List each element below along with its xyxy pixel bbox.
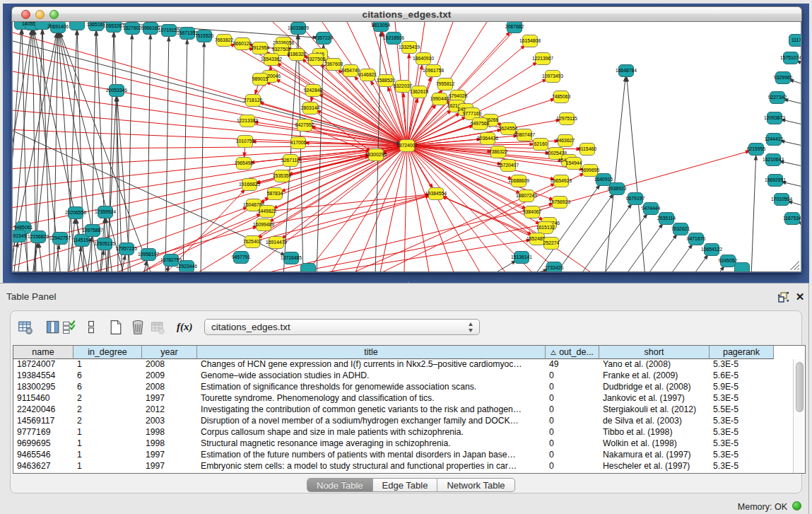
graph-node-yellow[interactable]: 7955812	[436, 78, 455, 90]
close-panel-icon[interactable]: ✕	[794, 291, 806, 303]
network-table-selector[interactable]: citations_edges.txt	[204, 319, 480, 335]
column-header-in_degree[interactable]: in_degree	[73, 346, 142, 359]
select-columns-icon[interactable]	[61, 320, 77, 335]
column-header-year[interactable]: year	[142, 346, 197, 359]
graph-node-yellow[interactable]: 1449822	[258, 206, 277, 218]
graph-node-yellow[interactable]: 18807249	[516, 190, 537, 202]
graph-node-teal[interactable]: 12093873	[764, 112, 785, 124]
graph-node-yellow[interactable]: 154944	[566, 158, 582, 170]
table-row[interactable]: 2242004622012Investigating the contribut…	[13, 404, 774, 416]
graph-node-teal[interactable]	[735, 263, 750, 273]
show-columns-icon[interactable]	[45, 320, 61, 335]
graph-node-yellow[interactable]: 12213967	[532, 53, 553, 65]
graph-node-yellow[interactable]: 2718126	[244, 95, 263, 107]
graph-node-teal[interactable]: 19218506	[383, 33, 404, 45]
graph-node-yellow[interactable]: 7663822	[215, 35, 234, 47]
graph-node-teal[interactable]	[70, 22, 85, 30]
graph-node-teal[interactable]: 13716485	[281, 252, 302, 264]
graph-node-teal[interactable]: 20053346	[106, 85, 127, 97]
graph-node-yellow[interactable]: 3912954	[251, 42, 270, 54]
graph-node-yellow[interactable]: 9327508	[307, 54, 326, 66]
graph-node-yellow[interactable]: 417006	[290, 137, 307, 149]
graph-node-yellow[interactable]: 8454749	[341, 65, 360, 77]
float-window-icon[interactable]	[778, 292, 789, 303]
graph-node-yellow[interactable]: 16154808	[519, 35, 541, 47]
graph-node-teal[interactable]: 6679197	[626, 193, 645, 205]
graph-node-yellow[interactable]: 252274	[543, 238, 560, 250]
graph-node-yellow[interactable]: 15720407	[498, 160, 519, 172]
graph-node-teal[interactable]: 10958107	[138, 249, 159, 261]
row-height-icon[interactable]	[83, 320, 99, 335]
graph-node-yellow[interactable]: 9699695	[581, 165, 600, 177]
graph-node-yellow[interactable]: 989015	[252, 74, 269, 86]
new-document-icon[interactable]	[108, 320, 124, 335]
window-titlebar[interactable]: citations_edges.txt	[11, 6, 802, 22]
graph-node-yellow[interactable]: 18640910	[413, 53, 434, 65]
graph-node-yellow[interactable]: 10807487	[514, 129, 535, 141]
graph-node-teal[interactable]: 20691406	[47, 22, 69, 33]
graph-node-teal[interactable]: 391549	[13, 230, 27, 243]
graph-node-teal[interactable]: 16033809	[288, 23, 309, 35]
graph-node-yellow[interactable]: 1535359	[273, 170, 292, 182]
graph-node-yellow[interactable]: 10973493	[542, 71, 563, 83]
table-row[interactable]: 911546021997Tourette syndrome. Phenomeno…	[13, 393, 774, 404]
graph-node-teal[interactable]: 15751074	[780, 52, 801, 64]
graph-node-teal[interactable]: 2087682	[505, 22, 524, 33]
tab-edge-table[interactable]: Edge Table	[373, 479, 438, 491]
graph-node-yellow[interactable]: 3267110	[281, 155, 300, 167]
graph-node-yellow[interactable]: 9463627	[556, 135, 575, 147]
graph-node-teal[interactable]: 9474444	[642, 203, 661, 215]
graph-node-yellow[interactable]: 9146821	[358, 69, 377, 81]
graph-node-teal[interactable]	[301, 264, 316, 273]
graph-node-yellow[interactable]: 1010755	[236, 136, 255, 148]
graph-node-yellow[interactable]: 587834	[267, 188, 283, 200]
graph-node-teal[interactable]: 7357224	[314, 33, 334, 45]
graph-node-yellow[interactable]: 10961758	[423, 65, 444, 77]
graph-node-teal[interactable]: 6966160	[141, 23, 160, 35]
column-header-short[interactable]: short	[599, 346, 710, 359]
graph-node-teal[interactable]: 9227342	[768, 92, 787, 104]
graph-node-yellow[interactable]: 6497568	[471, 118, 490, 130]
column-header-out_de[interactable]: out_de...	[546, 346, 599, 359]
graph-node-teal[interactable]: 9329966	[774, 72, 793, 84]
graph-node-teal[interactable]: 16648784	[616, 65, 637, 77]
table-row[interactable]: 1830029562008Estimation of significance …	[13, 382, 774, 393]
graph-node-teal[interactable]: 1733426	[545, 262, 564, 273]
node-table[interactable]: namein_degreeyeartitleout_de...shortpage…	[13, 345, 806, 474]
graph-node-yellow[interactable]: 7625402	[243, 236, 262, 248]
table-row[interactable]: 1938455462009Genome–wide association stu…	[13, 370, 774, 382]
graph-node-yellow[interactable]: 1362615	[410, 86, 429, 98]
graph-node-teal[interactable]: 15136141	[511, 252, 532, 264]
graph-node-yellow[interactable]: 19756923	[549, 197, 570, 209]
graph-node-teal[interactable]: 2935114	[657, 213, 676, 225]
graph-node-teal[interactable]: 8813054	[372, 22, 391, 32]
table-vertical-scrollbar[interactable]	[793, 359, 805, 473]
graph-node-teal[interactable]: 7632621	[671, 223, 690, 235]
graph-node-yellow[interactable]: 1615132	[536, 222, 555, 234]
graph-node-yellow[interactable]: 10688609	[508, 175, 529, 187]
scrollbar-thumb[interactable]	[796, 362, 804, 412]
graph-node-teal[interactable]: 10975887	[82, 225, 103, 237]
graph-node-yellow[interactable]: 1990448	[430, 93, 449, 105]
graph-node-yellow[interactable]: 12975115	[556, 113, 577, 125]
graph-node-teal[interactable]: 15692951	[765, 175, 786, 187]
graph-node-teal[interactable]: 20206556	[65, 207, 86, 219]
table-row[interactable]: 1872400712008Changes of HCN gene express…	[13, 359, 774, 370]
graph-node-teal[interactable]: 12942757	[49, 233, 71, 245]
column-header-name[interactable]: name	[13, 346, 73, 359]
graph-node-yellow[interactable]: 2803144	[301, 103, 320, 115]
graph-node-yellow[interactable]: 8660124	[233, 38, 252, 50]
graph-node-teal[interactable]: 8215955	[747, 144, 766, 156]
graph-node-teal[interactable]: 9457791	[232, 252, 251, 264]
table-row[interactable]: 946554611997Estimation of the future num…	[13, 450, 774, 461]
network-graph[interactable]: 1405571320691406136516710653267152760269…	[13, 22, 801, 272]
graph-node-yellow[interactable]: 1588520	[377, 75, 396, 87]
tab-node-table[interactable]: Node Table	[307, 479, 373, 491]
network-canvas[interactable]: 1405571320691406136516710653267152760269…	[12, 22, 801, 272]
graph-node-teal[interactable]: 7515526	[195, 30, 214, 42]
delete-trash-icon[interactable]	[130, 320, 146, 335]
table-row[interactable]: 977716911998Corpus callosum shape and si…	[13, 427, 774, 438]
graph-node-yellow[interactable]: 8427552	[295, 119, 314, 132]
graph-node-yellow[interactable]: 2367608	[324, 59, 343, 71]
table-row[interactable]: 1456911722003Disruption of a novel membe…	[13, 416, 774, 427]
